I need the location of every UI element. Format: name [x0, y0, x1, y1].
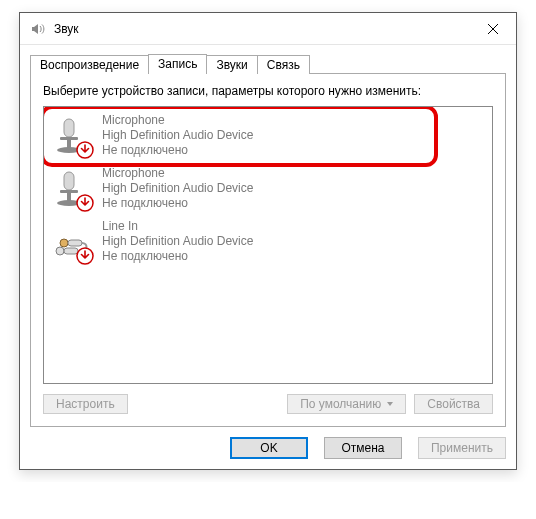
svg-point-10 — [60, 239, 68, 247]
microphone-icon — [50, 168, 92, 210]
sound-dialog: Звук Воспроизведение Запись Звуки Связь … — [19, 12, 517, 470]
tab-playback[interactable]: Воспроизведение — [30, 55, 149, 74]
set-default-label: По умолчанию — [300, 397, 381, 411]
line-in-icon — [50, 221, 92, 263]
svg-rect-2 — [67, 140, 71, 148]
properties-button[interactable]: Свойства — [414, 394, 493, 414]
configure-button[interactable]: Настроить — [43, 394, 128, 414]
device-text: Microphone High Definition Audio Device … — [102, 113, 253, 158]
svg-point-12 — [56, 247, 64, 255]
svg-rect-6 — [60, 190, 78, 193]
svg-rect-5 — [64, 172, 74, 190]
microphone-icon — [50, 115, 92, 157]
content-area: Воспроизведение Запись Звуки Связь Выбер… — [20, 45, 516, 469]
titlebar[interactable]: Звук — [20, 13, 516, 45]
svg-rect-1 — [60, 137, 78, 140]
unplugged-badge-icon — [76, 194, 94, 212]
cancel-button[interactable]: Отмена — [324, 437, 402, 459]
device-desc: High Definition Audio Device — [102, 234, 253, 249]
device-name: Microphone — [102, 113, 253, 128]
instructions-text: Выберите устройство записи, параметры ко… — [43, 84, 493, 98]
tab-sounds[interactable]: Звуки — [206, 55, 257, 74]
device-list[interactable]: Microphone High Definition Audio Device … — [43, 106, 493, 384]
close-button[interactable] — [470, 13, 516, 45]
device-desc: High Definition Audio Device — [102, 181, 253, 196]
set-default-button[interactable]: По умолчанию — [287, 394, 406, 414]
device-name: Microphone — [102, 166, 253, 181]
ok-button[interactable]: OK — [230, 437, 308, 459]
device-name: Line In — [102, 219, 253, 234]
dialog-footer: OK Отмена Применить — [30, 437, 506, 459]
tab-panel-recording: Выберите устройство записи, параметры ко… — [30, 73, 506, 427]
speaker-icon — [28, 19, 48, 39]
svg-rect-0 — [64, 119, 74, 137]
device-text: Microphone High Definition Audio Device … — [102, 166, 253, 211]
window-title: Звук — [54, 22, 79, 36]
tab-strip: Воспроизведение Запись Звуки Связь — [30, 53, 506, 74]
device-status: Не подключено — [102, 249, 253, 264]
device-item[interactable]: Line In High Definition Audio Device Не … — [44, 215, 492, 268]
device-item[interactable]: Microphone High Definition Audio Device … — [44, 162, 492, 215]
tab-recording[interactable]: Запись — [148, 54, 207, 74]
chevron-down-icon — [387, 402, 393, 406]
tab-communications[interactable]: Связь — [257, 55, 310, 74]
device-status: Не подключено — [102, 143, 253, 158]
device-status: Не подключено — [102, 196, 253, 211]
unplugged-badge-icon — [76, 247, 94, 265]
device-text: Line In High Definition Audio Device Не … — [102, 219, 253, 264]
svg-rect-7 — [67, 193, 71, 201]
apply-button[interactable]: Применить — [418, 437, 506, 459]
device-desc: High Definition Audio Device — [102, 128, 253, 143]
svg-rect-11 — [68, 240, 82, 246]
device-item[interactable]: Microphone High Definition Audio Device … — [44, 109, 492, 162]
panel-button-row: Настроить По умолчанию Свойства — [43, 394, 493, 414]
unplugged-badge-icon — [76, 141, 94, 159]
